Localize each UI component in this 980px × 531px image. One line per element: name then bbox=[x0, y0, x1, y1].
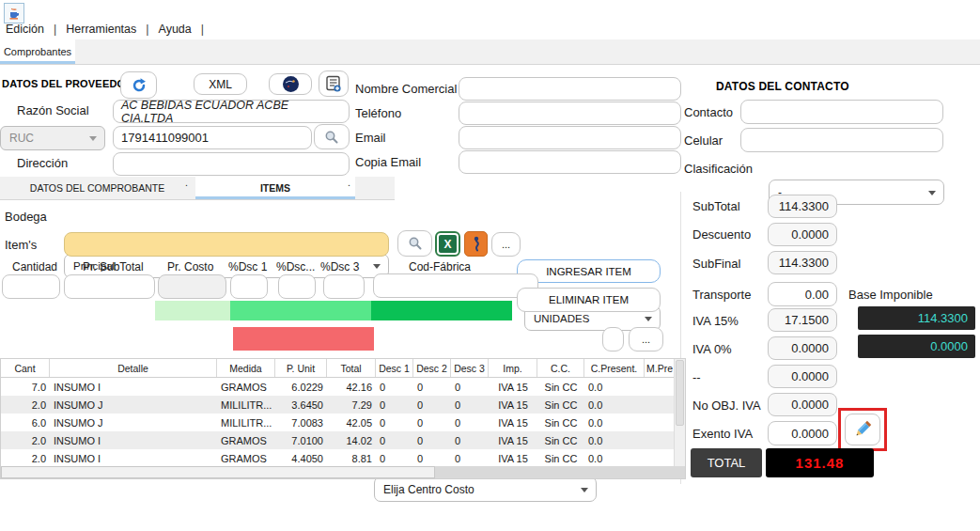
total-value: 131.48 bbox=[796, 455, 845, 471]
column-header[interactable]: P. Unit bbox=[275, 359, 327, 377]
exento-iva-field[interactable]: 0.0000 bbox=[768, 421, 837, 445]
table-cell: 0 bbox=[413, 435, 451, 446]
column-header[interactable]: Cant bbox=[1, 359, 50, 377]
ruc-type-select[interactable]: RUC bbox=[0, 126, 105, 150]
item-orange-button[interactable] bbox=[464, 231, 488, 257]
items-table-header: CantDetalleMedidaP. UnitTotalDesc 1Desc … bbox=[1, 359, 685, 378]
chevron-down-icon bbox=[581, 488, 588, 492]
direccion-field[interactable] bbox=[113, 152, 350, 176]
column-header[interactable]: Imp. bbox=[489, 359, 537, 377]
main-tab-bar bbox=[0, 39, 980, 65]
telefono-field[interactable] bbox=[459, 102, 681, 125]
table-cell: 6.0 bbox=[1, 417, 50, 429]
column-header[interactable]: Medida bbox=[217, 359, 275, 377]
eliminar-item-button[interactable]: ELIMINAR ITEM bbox=[517, 288, 661, 312]
scrollbar-thumb[interactable] bbox=[676, 360, 684, 426]
red-status-field bbox=[233, 327, 374, 351]
centro-costo-select[interactable]: Elija Centro Costo bbox=[374, 476, 597, 502]
contacto-label: Contacto bbox=[684, 105, 733, 119]
edit-total-button[interactable] bbox=[845, 414, 880, 445]
tab-datos-comprobante[interactable]: DATOS DEL COMPROBANTE bbox=[0, 177, 194, 199]
refresh-button[interactable] bbox=[120, 71, 157, 99]
tab-comprobantes[interactable]: Comprobantes bbox=[0, 39, 75, 64]
item-more-button[interactable]: ... bbox=[491, 232, 521, 257]
contacto-field[interactable] bbox=[740, 100, 943, 124]
table-row[interactable]: 2.0INSUMO IGRAMOS7.010014.02000IVA 15Sin… bbox=[1, 431, 685, 449]
menu-separator: | bbox=[146, 23, 148, 36]
copia-email-field[interactable] bbox=[459, 150, 681, 174]
table-cell: 7.29 bbox=[327, 399, 376, 411]
table-cell: 0.0 bbox=[584, 382, 645, 393]
dash-label: -- bbox=[692, 370, 701, 384]
table-cell: 7.0083 bbox=[275, 417, 327, 429]
table-cell: IVA 15 bbox=[489, 399, 537, 411]
cc-blank-button[interactable] bbox=[602, 327, 624, 351]
table-cell: 0.0 bbox=[584, 399, 645, 411]
menu-edicion[interactable]: Edición bbox=[6, 23, 44, 36]
table-row[interactable]: 2.0INSUMO IGRAMOS4.40508.81000IVA 15Sin … bbox=[1, 449, 685, 467]
xml-button[interactable]: XML bbox=[194, 73, 247, 95]
razon-social-field[interactable]: AC BEBIDAS ECUADOR ACBE CIA.LTDA bbox=[113, 100, 350, 123]
menu-herramientas[interactable]: Herramientas bbox=[66, 23, 136, 36]
email-field[interactable] bbox=[459, 126, 681, 149]
pr-subtotal-field[interactable] bbox=[64, 274, 155, 299]
table-cell: IVA 15 bbox=[489, 435, 537, 446]
celular-field[interactable] bbox=[740, 128, 943, 152]
table-cell: GRAMOS bbox=[217, 453, 275, 464]
column-header[interactable]: Desc 3 bbox=[451, 359, 489, 377]
web-button[interactable] bbox=[269, 73, 312, 95]
cod-fabrica-field[interactable] bbox=[373, 273, 538, 298]
ruc-field[interactable]: 1791411099001 bbox=[113, 126, 312, 149]
table-cell: 0 bbox=[376, 382, 413, 393]
items-search-field[interactable] bbox=[64, 232, 389, 257]
green-bar-dark bbox=[371, 301, 512, 320]
table-cell: Sin CC bbox=[537, 399, 584, 411]
dsc2-label: %Dsc... bbox=[276, 260, 315, 273]
table-horizontal-scrollbar[interactable] bbox=[1, 466, 685, 478]
excel-icon: X bbox=[439, 235, 457, 253]
dsc2-field[interactable] bbox=[278, 274, 316, 299]
column-header[interactable]: C.Present. bbox=[584, 359, 645, 377]
figure-icon bbox=[470, 235, 483, 253]
table-cell: 8.81 bbox=[327, 453, 376, 464]
column-header[interactable]: Desc 1 bbox=[376, 359, 413, 377]
nombre-comercial-field[interactable] bbox=[459, 77, 681, 101]
column-header[interactable]: Detalle bbox=[50, 359, 217, 377]
dsc1-field[interactable] bbox=[230, 274, 268, 299]
column-header[interactable]: Desc 2 bbox=[413, 359, 451, 377]
dsc3-label: %Dsc 3 bbox=[320, 260, 359, 273]
globe-icon bbox=[282, 75, 300, 93]
item-search-button[interactable] bbox=[397, 230, 432, 257]
cantidad-field[interactable] bbox=[2, 274, 60, 299]
subtotal-field: 114.3300 bbox=[768, 195, 837, 218]
menu-ayuda[interactable]: Ayuda bbox=[159, 23, 192, 36]
table-row[interactable]: 2.0INSUMO JMILILITR...3.64507.29000IVA 1… bbox=[1, 396, 685, 414]
cod-fabrica-label: Cod-Fábrica bbox=[409, 260, 471, 273]
ruc-search-button[interactable] bbox=[314, 124, 350, 149]
table-row[interactable]: 7.0INSUMO IGRAMOS6.022942.16000IVA 15Sin… bbox=[1, 378, 685, 396]
table-vertical-scrollbar[interactable] bbox=[674, 359, 685, 467]
clasificacion-label: Clasificación bbox=[684, 162, 753, 176]
cc-more-button[interactable]: ... bbox=[629, 327, 663, 351]
dsc3-field[interactable] bbox=[323, 274, 365, 299]
table-cell: 3.6450 bbox=[275, 399, 327, 411]
table-cell: Sin CC bbox=[537, 382, 584, 393]
table-cell: GRAMOS bbox=[217, 382, 275, 393]
table-cell: Sin CC bbox=[537, 453, 584, 464]
scrollbar-thumb[interactable] bbox=[1, 466, 435, 478]
transporte-field[interactable]: 0.00 bbox=[768, 282, 837, 306]
pr-costo-field bbox=[158, 274, 226, 299]
chevron-down-icon bbox=[928, 191, 936, 195]
column-header[interactable]: C.C. bbox=[537, 359, 584, 377]
column-header[interactable]: M.Pre bbox=[645, 359, 676, 377]
tab-items[interactable]: ITEMS bbox=[195, 177, 355, 199]
column-header[interactable]: Total bbox=[327, 359, 376, 377]
iva0-label: IVA 0% bbox=[692, 342, 732, 356]
iva15-field: 17.1500 bbox=[768, 308, 837, 332]
table-cell: 0 bbox=[451, 417, 489, 429]
subtotal-label: SubTotal bbox=[692, 199, 740, 213]
table-row[interactable]: 6.0INSUMO JMILILITR...7.008342.05000IVA … bbox=[1, 414, 685, 431]
table-cell: 0 bbox=[376, 453, 413, 464]
new-form-button[interactable] bbox=[319, 70, 349, 97]
excel-export-button[interactable]: X bbox=[435, 231, 460, 257]
